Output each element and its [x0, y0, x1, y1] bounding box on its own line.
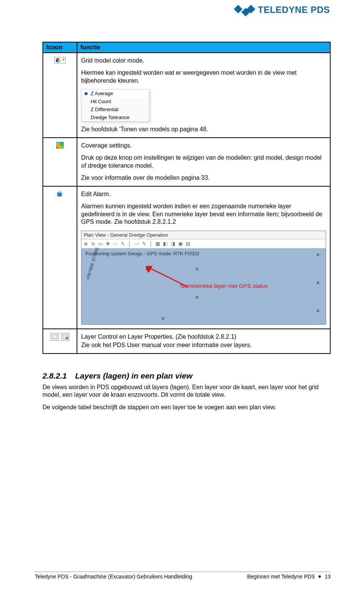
- bullet-icon: [318, 575, 321, 578]
- layer-properties-icon: [61, 333, 69, 341]
- layer-icons: [50, 333, 69, 341]
- brand-mark-icon: [235, 5, 254, 15]
- annotation-label: Nummerieke layer met GPS status: [180, 283, 268, 289]
- grid-color-mode-icon: [54, 57, 66, 64]
- tick-mark-icon: ×: [316, 251, 320, 258]
- zoom-window-icon: ▭: [98, 241, 103, 247]
- plan-view-toolbar: ⊕ ⊖ ▭ ✥ ⟋ ↖ │ ⋯ ✎ │ ▦ ◧ ◨ ▣ ▤: [82, 239, 326, 248]
- properties-icon: ▤: [186, 241, 190, 247]
- plan-view-screenshot: Plan View - General Dredge Operation ⊕ ⊖…: [81, 231, 326, 325]
- gps-status-layer: Positioning system Geogs - GPS mode: RTK…: [85, 251, 322, 256]
- page-content: Icoon functie Grid model color mode. Hie…: [42, 42, 331, 416]
- row-reference: Zie hoofdstuk 'Tonen van models op pagin…: [81, 126, 326, 133]
- ruler-icon: ⟋: [113, 241, 118, 247]
- col-header-function: functie: [77, 42, 330, 53]
- row-title: Edit Alarm.: [81, 190, 326, 198]
- menu-item-label: Z Differential: [91, 107, 118, 112]
- layers-icon: ▣: [178, 241, 183, 247]
- section-title: Layers (lagen) in een plan view: [75, 371, 192, 380]
- tick-mark-icon: ×: [195, 266, 199, 273]
- menu-item-label: Dredge Tolerance: [91, 115, 129, 120]
- footer-right: Beginnen met Teledyne PDS 13: [247, 574, 331, 580]
- section-paragraph: De views worden in PDS opgebouwd uit lay…: [42, 383, 331, 399]
- edit-icon: ✎: [142, 241, 146, 247]
- plan-view-title: Plan View - General Dredge Operation: [82, 231, 326, 239]
- icon-function-table: Icoon functie Grid model color mode. Hie…: [42, 42, 331, 354]
- page-number: 13: [325, 574, 331, 580]
- separator-icon: │: [128, 241, 131, 247]
- menu-item: Z Differential: [82, 105, 149, 113]
- row-desc: Hiermee kan ingesteld worden wat er weer…: [81, 69, 326, 85]
- separator-icon: │: [149, 241, 152, 247]
- menu-item: Hit Count: [82, 97, 149, 105]
- coverage-settings-icon: [56, 142, 64, 149]
- alarm-icon: [56, 190, 64, 199]
- menu-item: Z Average: [82, 90, 149, 97]
- row-text: Zie ook het PDS User manual voor meer in…: [81, 341, 326, 349]
- plan-view-canvas: Positioning system Geogs - GPS mode: RTK…: [82, 248, 326, 324]
- bullet-icon: [85, 92, 88, 95]
- pan-icon: ✥: [106, 241, 110, 247]
- brand-name: TELEDYNE PDS: [258, 5, 330, 15]
- row-desc: Alarmen kunnen ingesteld worden indien e…: [81, 203, 326, 226]
- footer-left: Teledyne PDS - Graafmachine (Excavator) …: [35, 574, 192, 580]
- tick-mark-icon: ×: [316, 280, 320, 286]
- pointer-icon: ↖: [121, 241, 125, 247]
- zoom-in-icon: ⊕: [84, 241, 88, 247]
- menu-item-label: Hit Count: [91, 99, 111, 104]
- row-title: Grid model color mode.: [81, 57, 326, 64]
- tick-mark-icon: ×: [161, 315, 165, 322]
- col-header-icon: Icoon: [43, 42, 77, 53]
- brand-logo: TELEDYNE PDS: [235, 5, 330, 15]
- table-row: Coverage settings. Druk op deze knop om …: [43, 138, 330, 186]
- page-footer: Teledyne PDS - Graafmachine (Excavator) …: [35, 572, 331, 580]
- zoom-out-icon: ⊖: [91, 241, 95, 247]
- layer-control-icon: [50, 333, 59, 341]
- tick-mark-icon: ×: [316, 308, 320, 314]
- menu-item-label: Z Average: [91, 91, 113, 96]
- section-paragraph: De volgende tabel beschrijft de stappen …: [42, 404, 331, 412]
- table-row: Edit Alarm. Alarmen kunnen ingesteld wor…: [43, 186, 330, 329]
- footer-section-title: Beginnen met Teledyne PDS: [247, 574, 315, 580]
- tool-icon: ◧: [163, 241, 168, 247]
- section-number: 2.8.2.1: [42, 371, 67, 380]
- tool-icon: ◨: [171, 241, 175, 247]
- tick-mark-icon: ×: [195, 294, 199, 301]
- more-icon: ⋯: [134, 241, 139, 247]
- table-row: Layer Control en Layer Properties. (Zie …: [43, 329, 330, 354]
- table-row: Grid model color mode. Hiermee kan inges…: [43, 53, 330, 138]
- tool-icon: ▦: [155, 241, 160, 247]
- row-text: Layer Control en Layer Properties. (Zie …: [81, 333, 326, 341]
- menu-item: Dredge Tolerance: [82, 113, 149, 121]
- row-desc: Druk op deze knop om instellingen te wij…: [81, 154, 326, 170]
- grid-color-dropdown: Z Average Hit Count Z Differential Dredg…: [81, 89, 149, 122]
- row-reference: Zie voor informatie over de modellen pag…: [81, 174, 326, 182]
- row-title: Coverage settings.: [81, 142, 326, 149]
- section-layers: 2.8.2.1 Layers (lagen) in een plan view …: [42, 371, 331, 412]
